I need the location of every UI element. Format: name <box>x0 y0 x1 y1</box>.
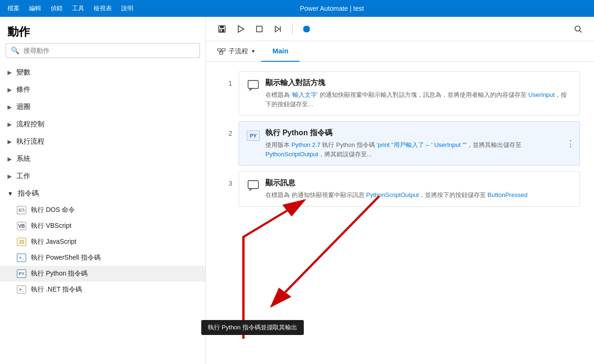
svg-rect-11 <box>222 49 225 51</box>
sidebar-item-variables[interactable]: ▶ 變數 <box>0 64 205 81</box>
search-input[interactable] <box>23 47 195 54</box>
svg-marker-4 <box>238 26 244 32</box>
chevron-right-icon: ▶ <box>7 138 12 145</box>
toolbar-divider <box>292 23 293 35</box>
sidebar-item-run-flow[interactable]: ▶ 執行流程 <box>0 133 205 150</box>
sidebar-heading: 動作 <box>0 17 205 43</box>
sidebar-item-label: 工作 <box>16 172 30 181</box>
sidebar-item-flow-control[interactable]: ▶ 流程控制 <box>0 116 205 133</box>
tooltip: 執行 Python 指令碼並擷取其輸出 <box>201 320 304 335</box>
sidebar-sub-items-command: C:\ 執行 DOS 命令 VB 執行 VBScript JS 執行 JavaS… <box>0 202 205 298</box>
sidebar-item-label: 指令碼 <box>18 189 39 198</box>
ps-icon: >_ <box>17 254 26 262</box>
sidebar-item-system[interactable]: ▶ 系統 <box>0 150 205 167</box>
step-number-1: 1 <box>220 71 239 87</box>
sidebar-subitem-javascript[interactable]: JS 執行 JavaScript <box>0 234 205 250</box>
menu-tools[interactable]: 工具 <box>72 4 84 13</box>
search-icon: 🔍 <box>11 46 20 55</box>
sidebar-subitem-label: 執行 Python 指令碼 <box>31 269 88 278</box>
menu-edit[interactable]: 編輯 <box>29 4 41 13</box>
step-card-3[interactable]: 顯示訊息 在標題為 的通知快顯視窗中顯示訊息 PythonScriptOutpu… <box>239 171 580 207</box>
search-button[interactable] <box>570 21 587 37</box>
sidebar-item-command[interactable]: ▼ 指令碼 <box>0 185 205 202</box>
step-number-3: 3 <box>220 171 239 187</box>
sidebar-subitem-label: 執行 .NET 指令碼 <box>31 285 82 294</box>
step-content-1: 顯示輸入對話方塊 在標題為 '輸入文字' 的通知快顯視窗中顯示輸入對話方塊，訊息… <box>265 78 572 109</box>
chevron-right-icon: ▶ <box>7 104 12 110</box>
sidebar-subitem-vbscript[interactable]: VB 執行 VBScript <box>0 218 205 234</box>
subflow-label: 子流程 <box>228 47 248 56</box>
step-number-2: 2 <box>220 121 239 137</box>
step-desc-3: 在標題為 的通知快顯視窗中顯示訊息 PythonScriptOutput，並將按… <box>265 190 572 200</box>
sidebar-search-container[interactable]: 🔍 <box>6 43 200 58</box>
sidebar-item-conditions[interactable]: ▶ 條件 <box>0 81 205 98</box>
sidebar-subitem-python[interactable]: PY 執行 Python 指令碼 <box>0 266 205 282</box>
vb-icon: VB <box>17 222 26 230</box>
next-icon <box>273 24 283 34</box>
step-title-1: 顯示輸入對話方塊 <box>265 78 572 88</box>
search-icon <box>573 24 583 34</box>
sidebar-item-label: 流程控制 <box>16 120 44 129</box>
svg-rect-3 <box>220 29 222 31</box>
js-icon: JS <box>17 238 26 246</box>
subflow-icon <box>217 48 226 55</box>
next-button[interactable] <box>270 21 286 37</box>
step-content-3: 顯示訊息 在標題為 的通知快顯視窗中顯示訊息 PythonScriptOutpu… <box>265 178 572 200</box>
tab-main[interactable]: Main <box>261 41 300 62</box>
sidebar-item-label: 迴圈 <box>16 102 30 111</box>
sidebar-item-loops[interactable]: ▶ 迴圈 <box>0 98 205 116</box>
step-icon-bubble-3 <box>247 179 260 192</box>
run-button[interactable] <box>232 21 249 37</box>
py-icon: PY <box>17 269 26 278</box>
chevron-right-icon: ▶ <box>7 69 12 76</box>
subflow-button[interactable]: 子流程 ▼ <box>212 43 261 60</box>
svg-rect-1 <box>220 26 224 28</box>
step-desc-1: 在標題為 '輸入文字' 的通知快顯視窗中顯示輸入對話方塊，訊息為，並將使用者輸入… <box>265 90 572 109</box>
step-more-button-2[interactable]: ⋮ <box>566 138 575 149</box>
svg-rect-5 <box>257 26 262 32</box>
chevron-right-icon: ▶ <box>7 156 12 162</box>
sidebar-subitem-label: 執行 PowerShell 指令碼 <box>31 254 101 262</box>
chevron-down-icon: ▼ <box>7 190 13 197</box>
app-title: Power Automate | test <box>300 5 364 12</box>
toolbar: ⏺ <box>206 17 594 41</box>
subflow-chevron-icon: ▼ <box>251 49 256 54</box>
sidebar-subitem-powershell[interactable]: >_ 執行 PowerShell 指令碼 <box>0 250 205 266</box>
flow-step-3: 3 顯示訊息 在標題為 的通知快顯視窗中顯示訊息 PythonScriptOut… <box>220 171 580 207</box>
main-layout: 動作 🔍 ▶ 變數 ▶ 條件 ▶ 迴圈 ▶ 流程控制 ▶ <box>0 17 594 364</box>
sidebar-item-label: 變數 <box>16 68 30 77</box>
stop-button[interactable] <box>251 21 268 37</box>
menu-view[interactable]: 檢視表 <box>94 4 112 13</box>
chevron-right-icon: ▶ <box>7 87 12 93</box>
sidebar-subitem-label: 執行 DOS 命令 <box>31 206 75 214</box>
sidebar-item-label: 條件 <box>16 85 30 94</box>
titlebar: 檔案 編輯 偵錯 工具 檢視表 說明 Power Automate | test <box>0 0 594 17</box>
menu-debug[interactable]: 偵錯 <box>51 4 63 13</box>
run-icon <box>236 24 245 34</box>
sidebar-item-work[interactable]: ▶ 工作 <box>0 167 205 185</box>
sidebar-item-label: 系統 <box>16 154 30 163</box>
step-title-2: 執行 Python 指令碼 <box>265 128 572 138</box>
step-icon-bubble <box>247 79 260 92</box>
step-desc-2: 使用版本 Python 2.7 執行 Python 指令碼 'print "用戶… <box>265 140 572 159</box>
sidebar-subitem-label: 執行 JavaScript <box>31 238 76 246</box>
tabs-bar: 子流程 ▼ Main <box>206 41 594 62</box>
sidebar: 動作 🔍 ▶ 變數 ▶ 條件 ▶ 迴圈 ▶ 流程控制 ▶ <box>0 17 206 364</box>
svg-marker-6 <box>275 26 279 32</box>
flow-step-1: 1 顯示輸入對話方塊 在標題為 '輸入文字' 的通知快顯視窗中顯示輸入對話方塊，… <box>220 71 580 116</box>
menu-file[interactable]: 檔案 <box>7 4 20 13</box>
dos-icon: C:\ <box>17 206 26 214</box>
svg-point-8 <box>575 26 580 31</box>
content-area: ⏺ 子流程 ▼ <box>206 17 594 364</box>
sidebar-subitem-dos[interactable]: C:\ 執行 DOS 命令 <box>0 202 205 218</box>
record-button[interactable]: ⏺ <box>298 21 315 37</box>
step-card-1[interactable]: 顯示輸入對話方塊 在標題為 '輸入文字' 的通知快顯視窗中顯示輸入對話方塊，訊息… <box>239 71 580 116</box>
menu-help[interactable]: 說明 <box>121 4 133 13</box>
svg-rect-16 <box>248 80 258 88</box>
svg-rect-18 <box>248 181 258 189</box>
sidebar-subitem-dotnet[interactable]: >_ 執行 .NET 指令碼 <box>0 282 205 298</box>
step-card-2[interactable]: PY 執行 Python 指令碼 使用版本 Python 2.7 執行 Pyth… <box>239 121 580 166</box>
bubble-icon <box>247 79 260 92</box>
save-button[interactable] <box>213 21 230 37</box>
svg-rect-10 <box>218 49 221 51</box>
